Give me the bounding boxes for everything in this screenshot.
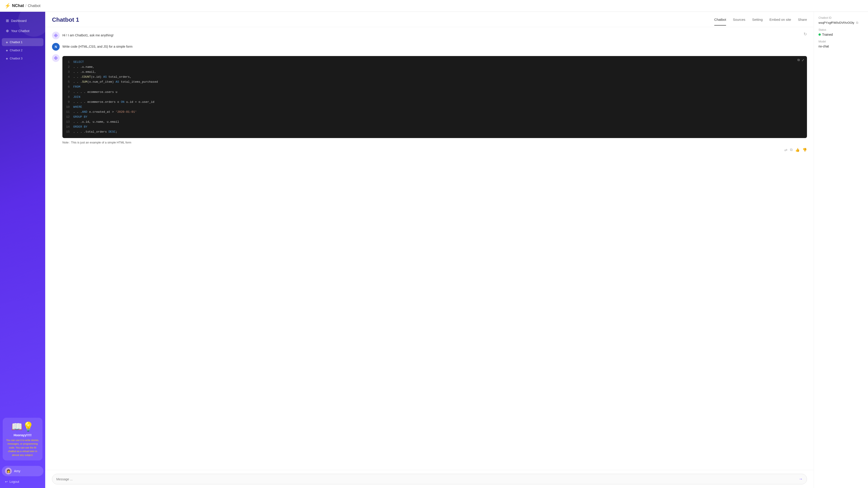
code-line: 12 GROUP BY <box>66 115 803 120</box>
chatbot3-label: Chatbot 3 <box>10 57 22 60</box>
logout-icon: ↩ <box>5 480 8 484</box>
user-chip[interactable]: 👩 Amy <box>2 466 43 476</box>
code-line: 3 . . .u.email, <box>66 70 803 74</box>
code-line: 4 . . .COUNT(o.id) AS total_orders, <box>66 74 803 79</box>
chatbot2-label: Chatbot 2 <box>10 48 22 52</box>
dashboard-icon: ⊞ <box>6 19 9 23</box>
bot-avatar-1 <box>52 32 60 39</box>
logout-button[interactable]: ↩ Logout <box>2 478 43 485</box>
code-block: ⧉ ⤢ 1 SELECT 2 . . .u.name, <box>62 56 807 138</box>
table-row: ⧉ ⤢ 1 SELECT 2 . . .u.name, <box>52 54 807 152</box>
chat-messages: Hi ! I am Chatbot1, ask me anything! ↻ N… <box>45 27 814 470</box>
code-line: 6 FROM <box>66 85 803 90</box>
chatbot1-label: Chatbot 1 <box>10 40 22 44</box>
note-text: Note : This is just an example of a simp… <box>62 141 807 144</box>
sidebar-chatbot-section: ◈ Chatbot 1 ◈ Chatbot 2 ◈ Chatbot 3 <box>0 36 45 64</box>
model-label: Model <box>818 40 864 43</box>
diamond-icon-2: ◈ <box>6 49 8 52</box>
msg-content-2: Write code (HTML,CSS, and JS) for a simp… <box>62 43 807 49</box>
copy-message-button[interactable]: ⧉ <box>790 148 793 152</box>
status-value: Trained <box>822 33 833 36</box>
user-name: Amy <box>14 469 20 473</box>
brand-logo: ⚡ NChat <box>4 3 24 9</box>
diamond-icon-1: ◈ <box>6 41 8 44</box>
topbar-section: Chatbot <box>28 4 40 8</box>
promo-card: 📖💡 Hoorayy!!!!! You can use it to write … <box>3 418 42 461</box>
expand-code-button[interactable]: ⤢ <box>802 58 804 62</box>
msg-text-2: Write code (HTML,CSS, and JS) for a simp… <box>62 43 807 49</box>
chatbot-id-label: Chatbot ID <box>818 16 864 20</box>
logout-label: Logout <box>9 480 19 484</box>
tab-share[interactable]: Share <box>798 18 807 26</box>
chatbot-id-value: wsqPYxgfFW0vDVfXvOOly <box>818 21 854 24</box>
sidebar-your-chatbot-label: Your Chatbot <box>11 29 29 33</box>
code-line: 9 . . . . ecommerce.orders o ON u.id = o… <box>66 100 803 105</box>
code-line: 15 . . . .total_orders DESC; <box>66 129 803 134</box>
right-sidebar: Chatbot ID wsqPYxgfFW0vDVfXvOOly ⧉ Statu… <box>814 12 868 488</box>
refresh-button[interactable]: ↻ <box>804 32 807 37</box>
promo-title: Hoorayy!!!!! <box>5 433 40 437</box>
status-label: Status <box>818 28 864 31</box>
chat-title: Chatbot 1 <box>52 16 79 27</box>
chat-input-area: → <box>45 470 814 488</box>
code-line: 7 . . . . ecommerce.users u <box>66 90 803 95</box>
sidebar: ⊞ Dashboard ⊕ Your Chatbot ◈ Chatbot 1 ◈… <box>0 12 45 488</box>
diamond-icon-3: ◈ <box>6 57 8 60</box>
tab-sources[interactable]: Sources <box>733 18 745 26</box>
thumbs-down-button[interactable]: 👎 <box>802 148 807 152</box>
your-chatbot-icon: ⊕ <box>6 29 9 33</box>
code-line: 8 JOIN <box>66 95 803 100</box>
code-block-header: ⧉ ⤢ <box>798 58 804 62</box>
copy-id-button[interactable]: ⧉ <box>856 21 858 25</box>
sidebar-nav: ⊞ Dashboard ⊕ Your Chatbot ◈ Chatbot 1 ◈… <box>0 12 45 415</box>
avatar-initials: 👩 <box>6 469 10 473</box>
thumbs-up-button[interactable]: 👍 <box>795 148 800 152</box>
chat-input-wrapper: → <box>52 474 807 484</box>
message-input[interactable] <box>56 477 799 481</box>
chat-header: Chatbot 1 Chatbot Sources Setting Embed … <box>45 12 814 27</box>
code-line: 11 . . .AND o.created_at > '2020-01-01' <box>66 109 803 115</box>
code-line: 2 . . .u.name, <box>66 65 803 70</box>
sidebar-dashboard-label: Dashboard <box>11 19 27 23</box>
tab-setting[interactable]: Setting <box>752 18 763 26</box>
bot-avatar-2 <box>52 54 60 62</box>
status-badge: Trained <box>818 33 864 36</box>
code-line: 13 . . .u.id, u.name, u.email <box>66 120 803 125</box>
send-button[interactable]: → <box>799 477 803 482</box>
sidebar-item-chatbot3[interactable]: ◈ Chatbot 3 <box>2 55 43 62</box>
topbar: ⚡ NChat / Chatbot <box>0 0 868 12</box>
chat-tabs: Chatbot Sources Setting Embed on site Sh… <box>714 18 807 26</box>
msg-content-3: ⧉ ⤢ 1 SELECT 2 . . .u.name, <box>62 54 807 152</box>
code-line: 5 . . .SUM(o.num_of_item) AS total_items… <box>66 79 803 85</box>
sidebar-footer: 👩 Amy ↩ Logout <box>0 463 45 488</box>
brand-name: NChat <box>12 3 24 8</box>
sidebar-item-chatbot1[interactable]: ◈ Chatbot 1 <box>2 38 43 46</box>
content-area: Chatbot 1 Chatbot Sources Setting Embed … <box>45 12 868 488</box>
tab-embed-on-site[interactable]: Embed on site <box>770 18 791 26</box>
promo-text: You can use it to write stories, message… <box>5 438 40 457</box>
msg-text-1: Hi ! I am Chatbot1, ask me anything! <box>62 32 801 38</box>
logo-icon: ⚡ <box>4 3 11 9</box>
chatbot-id-row: wsqPYxgfFW0vDVfXvOOly ⧉ <box>818 21 864 25</box>
copy-code-button[interactable]: ⧉ <box>798 58 800 62</box>
code-line: 10 WHERE <box>66 105 803 109</box>
sidebar-item-your-chatbot[interactable]: ⊕ Your Chatbot <box>2 26 43 36</box>
promo-emoji: 📖💡 <box>5 421 40 432</box>
code-line: 1 SELECT <box>66 60 803 65</box>
model-value: nx-chat <box>818 44 864 48</box>
code-line: 14 ORDER BY <box>66 125 803 129</box>
message-actions: ⇄ ⧉ 👍 👎 <box>62 146 807 152</box>
user-avatar-msg: N <box>52 43 60 51</box>
chat-panel: Chatbot 1 Chatbot Sources Setting Embed … <box>45 12 814 488</box>
msg-content-1: Hi ! I am Chatbot1, ask me anything! <box>62 32 801 38</box>
avatar: 👩 <box>5 468 12 475</box>
sidebar-item-chatbot2[interactable]: ◈ Chatbot 2 <box>2 46 43 54</box>
main-layout: ⊞ Dashboard ⊕ Your Chatbot ◈ Chatbot 1 ◈… <box>0 12 868 488</box>
tab-chatbot[interactable]: Chatbot <box>714 18 726 26</box>
status-dot <box>818 33 821 36</box>
regenerate-button[interactable]: ⇄ <box>784 148 787 152</box>
topbar-separator: / <box>25 3 26 8</box>
table-row: N Write code (HTML,CSS, and JS) for a si… <box>52 43 807 51</box>
table-row: Hi ! I am Chatbot1, ask me anything! ↻ <box>52 32 807 39</box>
sidebar-item-dashboard[interactable]: ⊞ Dashboard <box>2 16 43 26</box>
